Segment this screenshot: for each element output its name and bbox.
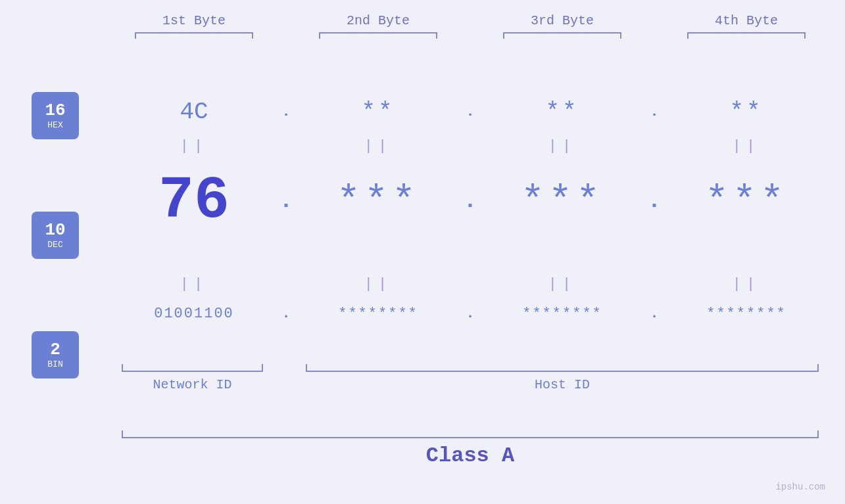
sep1-b3-val: || (548, 138, 576, 154)
bin-dot2: . (454, 306, 487, 322)
bin-row: 01001100 . ******** . ******** . *******… (122, 306, 819, 322)
sep2-b1-val: || (180, 276, 208, 292)
bin-byte3: ******** (490, 306, 635, 322)
bin-byte1: 01001100 (122, 306, 266, 322)
hex-badge: 16 HEX (32, 92, 79, 139)
sep1-b2-val: || (364, 138, 392, 154)
hex-byte4: ** (674, 99, 819, 126)
dec-dot3: . (638, 189, 671, 214)
bin-byte1-value: 01001100 (154, 306, 234, 322)
bin-badge: 2 BIN (32, 331, 79, 378)
byte1-header: 1st Byte (122, 13, 266, 34)
dec-badge: 10 DEC (32, 212, 79, 259)
bin-dot1: . (270, 306, 302, 322)
sep2-b2: || (306, 276, 450, 292)
byte-headers: 1st Byte 2nd Byte 3rd Byte 4th Byte (122, 13, 819, 34)
bin-byte4-value: ******** (706, 306, 786, 322)
hex-badge-label: HEX (47, 120, 62, 130)
sep1-b1-val: || (180, 138, 208, 154)
dec-dot2: . (454, 189, 487, 214)
watermark: ipshu.com (775, 482, 825, 492)
bin-byte4: ******** (674, 306, 819, 322)
dec-dot1: . (270, 189, 302, 214)
sep2-b1: || (122, 276, 266, 292)
sep2-b4-val: || (733, 276, 760, 292)
bin-badge-num: 2 (50, 340, 60, 359)
host-id-bracket: Host ID (306, 371, 819, 392)
bin-byte2-value: ******** (338, 306, 418, 322)
hex-byte4-value: ** (729, 99, 763, 126)
dec-byte3-value: *** (521, 179, 604, 223)
hex-row: 4C . ** . ** . ** (122, 99, 819, 126)
bin-byte2: ******** (306, 306, 450, 322)
hex-byte3-value: ** (545, 99, 579, 126)
bin-dot3: . (638, 306, 671, 322)
byte4-bracket (687, 32, 806, 34)
sep1-b2: || (306, 138, 450, 154)
class-a-label: Class A (122, 444, 819, 468)
dec-byte2: *** (306, 179, 450, 223)
sep-row-1: || || || || (122, 138, 819, 154)
byte3-label: 3rd Byte (531, 13, 594, 28)
host-bracket-line (306, 371, 819, 372)
byte1-bracket (135, 32, 253, 34)
sep1-b4: || (674, 138, 819, 154)
byte3-bracket (503, 32, 621, 34)
sep1-b4-val: || (733, 138, 760, 154)
byte2-bracket (319, 32, 437, 34)
main-container: 16 HEX 10 DEC 2 BIN 1st Byte 2nd Byte 3r… (0, 0, 845, 504)
hex-badge-num: 16 (45, 101, 65, 120)
sep2-b3: || (490, 276, 635, 292)
hex-byte1: 4C (122, 99, 266, 126)
dec-byte1: 76 (122, 168, 266, 235)
dec-byte1-value: 76 (158, 168, 229, 235)
hex-byte1-value: 4C (180, 99, 208, 126)
bin-badge-label: BIN (47, 359, 62, 369)
byte2-header: 2nd Byte (306, 13, 450, 34)
badges-column: 16 HEX 10 DEC 2 BIN (32, 92, 79, 378)
hex-dot3: . (638, 104, 671, 120)
sep2-b2-val: || (364, 276, 392, 292)
hex-byte3: ** (490, 99, 635, 126)
dec-row: 76 . *** . *** . *** (122, 168, 819, 235)
hex-dot1: . (270, 104, 302, 120)
hex-byte2: ** (306, 99, 450, 126)
byte4-header: 4th Byte (674, 13, 819, 34)
host-id-label: Host ID (306, 377, 819, 392)
hex-dot2: . (454, 104, 487, 120)
sep1-b3: || (490, 138, 635, 154)
byte4-label: 4th Byte (715, 13, 778, 28)
dec-byte4: *** (674, 179, 819, 223)
dec-badge-num: 10 (45, 221, 65, 240)
byte2-label: 2nd Byte (347, 13, 410, 28)
network-id-bracket: Network ID (122, 371, 263, 392)
bin-byte3-value: ******** (522, 306, 602, 322)
dec-byte4-value: *** (705, 179, 788, 223)
dec-badge-label: DEC (47, 240, 62, 250)
network-bracket-line (122, 371, 263, 372)
class-bracket-line (122, 437, 819, 438)
sep1-b1: || (122, 138, 266, 154)
sep2-b4: || (674, 276, 819, 292)
class-bracket: Class A (122, 437, 819, 468)
network-id-label: Network ID (122, 377, 263, 392)
dec-byte2-value: *** (337, 179, 420, 223)
byte3-header: 3rd Byte (490, 13, 635, 34)
sep-row-2: || || || || (122, 276, 819, 292)
sep2-b3-val: || (548, 276, 576, 292)
hex-byte2-value: ** (361, 99, 395, 126)
dec-byte3: *** (490, 179, 635, 223)
byte1-label: 1st Byte (162, 13, 226, 28)
